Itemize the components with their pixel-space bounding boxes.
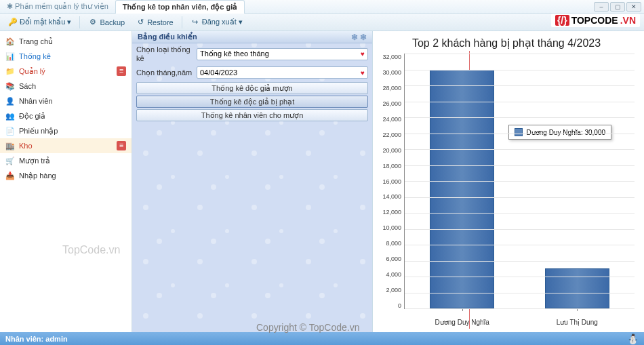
snowman-icon: ⛄ bbox=[627, 333, 639, 344]
sidebar-item-1[interactable]: 📊Thống kê bbox=[0, 49, 132, 64]
y-tick: 8,000 bbox=[386, 240, 401, 247]
y-tick: 26,000 bbox=[382, 100, 401, 107]
min-button[interactable]: – bbox=[594, 2, 609, 12]
sidebar-item-label: Mượn trả bbox=[19, 157, 50, 165]
y-tick: 0 bbox=[398, 302, 401, 309]
chart-pane: Top 2 khách hàng bị phạt tháng 4/2023 32… bbox=[373, 31, 644, 332]
tab-active[interactable]: Thống kê top nhân viên, độc giả bbox=[115, 0, 245, 14]
restore-button[interactable]: ↺Restore bbox=[132, 16, 178, 28]
sidebar-item-label: Thống kê bbox=[19, 52, 51, 61]
sidebar-item-9[interactable]: 📥Nhập hàng bbox=[0, 168, 132, 183]
bar[interactable] bbox=[545, 268, 609, 308]
sidebar-item-label: Kho bbox=[19, 142, 33, 150]
close-button[interactable]: ✕ bbox=[626, 2, 641, 12]
sidebar-item-4[interactable]: 👤Nhân viên bbox=[0, 94, 132, 108]
y-tick: 32,000 bbox=[382, 54, 401, 60]
topcode-logo: {/}TOPCODE.VN bbox=[551, 14, 640, 27]
pdf-badge: ☰ bbox=[117, 66, 126, 76]
x-label: Lưu Thị Dung bbox=[557, 319, 598, 326]
restore-icon: ↺ bbox=[136, 18, 145, 27]
type-label: Chọn loại thống kê bbox=[136, 45, 194, 62]
stat-readers-borrow-button[interactable]: Thống kê độc giả mượn bbox=[136, 82, 368, 94]
y-tick: 14,000 bbox=[382, 193, 401, 200]
y-tick: 30,000 bbox=[382, 69, 401, 76]
sidebar-icon: 📊 bbox=[5, 52, 15, 61]
chart-tooltip: Dương Duy Nghĩa: 30,000 bbox=[508, 125, 612, 140]
pdf-badge: ☰ bbox=[117, 141, 126, 150]
sidebar-item-6[interactable]: 📄Phiếu nhập bbox=[0, 123, 132, 138]
sidebar-item-label: Nhân viên bbox=[19, 97, 53, 105]
change-password-button[interactable]: 🔑Đổi mật khẩu ▾ bbox=[4, 16, 75, 28]
logout-button[interactable]: ↪Đăng xuất ▾ bbox=[186, 16, 247, 28]
heart-icon: ♥ bbox=[361, 69, 365, 77]
y-tick: 12,000 bbox=[382, 209, 401, 216]
y-tick: 16,000 bbox=[382, 178, 401, 185]
sidebar-item-2[interactable]: 📁Quản lý☰ bbox=[0, 64, 132, 79]
max-button[interactable]: ▢ bbox=[610, 2, 625, 12]
panel-header: Bảng điều khiển❄ ❄ bbox=[132, 31, 372, 43]
backup-button[interactable]: ⚙Backup bbox=[84, 16, 129, 28]
tab-app-name[interactable]: ✱ Phần mềm quản lý thư viện bbox=[0, 0, 115, 13]
legend-swatch bbox=[515, 128, 523, 136]
y-tick: 4,000 bbox=[386, 271, 401, 278]
y-tick: 10,000 bbox=[382, 224, 401, 231]
sidebar-item-5[interactable]: 👥Độc giả bbox=[0, 108, 132, 123]
sidebar-icon: 📄 bbox=[5, 126, 15, 136]
stat-type-combo[interactable]: Thống kê theo tháng♥ bbox=[197, 48, 368, 60]
y-tick: 28,000 bbox=[382, 85, 401, 92]
sidebar-item-0[interactable]: 🏠Trang chủ bbox=[0, 34, 132, 49]
sidebar-item-label: Độc giả bbox=[19, 112, 45, 121]
y-axis: 32,00030,00028,00026,00024,00022,00020,0… bbox=[378, 54, 404, 329]
logout-icon: ↪ bbox=[190, 18, 200, 27]
sidebar-icon: 📁 bbox=[5, 66, 15, 76]
sidebar: 🏠Trang chủ📊Thống kê📁Quản lý☰📚Sách👤Nhân v… bbox=[0, 31, 132, 332]
sidebar-icon: 👥 bbox=[5, 111, 15, 121]
sidebar-item-label: Nhập hàng bbox=[19, 171, 56, 180]
sidebar-icon: 🏠 bbox=[5, 37, 15, 46]
stat-staff-lend-button[interactable]: Thống kê nhân viên cho mượn bbox=[136, 109, 368, 121]
control-panel: Bảng điều khiển❄ ❄ Chọn loại thống kê Th… bbox=[132, 31, 373, 332]
bar[interactable] bbox=[430, 70, 494, 309]
sidebar-item-3[interactable]: 📚Sách bbox=[0, 79, 132, 94]
status-bar: Nhân viên: admin ⛄ bbox=[0, 332, 644, 345]
month-picker[interactable]: 04/04/2023♥ bbox=[197, 66, 368, 79]
sidebar-icon: 👤 bbox=[5, 96, 15, 106]
stat-readers-fine-button[interactable]: Thống kê độc giả bị phạt bbox=[136, 96, 368, 108]
plot-area: Dương Duy NghĩaLưu Thị Dung Dương Duy Ng… bbox=[404, 54, 635, 309]
sidebar-icon: 🛒 bbox=[5, 156, 15, 165]
y-tick: 2,000 bbox=[386, 287, 401, 293]
month-label: Chọn tháng,năm bbox=[136, 68, 194, 77]
y-tick: 22,000 bbox=[382, 131, 401, 138]
sidebar-item-label: Phiếu nhập bbox=[19, 127, 58, 136]
sidebar-item-label: Trang chủ bbox=[19, 37, 53, 46]
sidebar-item-label: Sách bbox=[19, 82, 36, 90]
snowflake-icon: ❄ ❄ bbox=[351, 33, 367, 42]
sidebar-icon: 📚 bbox=[5, 81, 15, 91]
y-tick: 24,000 bbox=[382, 116, 401, 123]
sidebar-item-label: Quản lý bbox=[19, 67, 45, 76]
key-icon: 🔑 bbox=[8, 18, 18, 27]
chart-title: Top 2 khách hàng bị phạt tháng 4/2023 bbox=[378, 37, 635, 49]
status-user: Nhân viên: admin bbox=[5, 335, 68, 343]
sidebar-icon: 📥 bbox=[5, 171, 15, 180]
y-tick: 18,000 bbox=[382, 163, 401, 169]
sidebar-item-7[interactable]: 🏬Kho☰ bbox=[0, 138, 132, 153]
x-label: Dương Duy Nghĩa bbox=[435, 319, 489, 326]
gear-icon: ⚙ bbox=[88, 18, 98, 27]
y-tick: 20,000 bbox=[382, 147, 401, 154]
heart-icon: ♥ bbox=[361, 50, 365, 58]
sidebar-icon: 🏬 bbox=[5, 141, 15, 150]
y-tick: 6,000 bbox=[386, 256, 401, 262]
sidebar-item-8[interactable]: 🛒Mượn trả bbox=[0, 153, 132, 168]
